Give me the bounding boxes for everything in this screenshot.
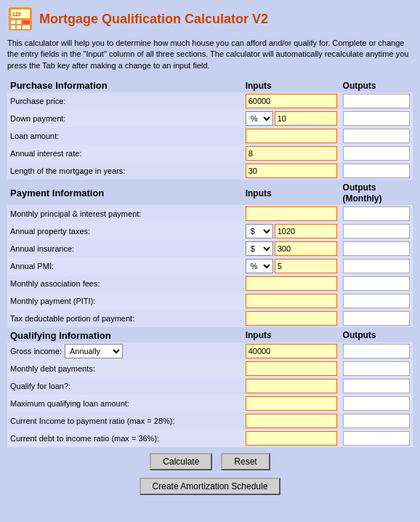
piti-input[interactable] — [246, 294, 337, 308]
mortgage-years-input[interactable] — [246, 164, 337, 178]
max-loan-label: Maximum qualifying loan amount: — [7, 395, 243, 412]
loan-amount-input-cell — [243, 127, 340, 145]
property-taxes-output-cell — [340, 222, 413, 240]
interest-rate-input-cell — [243, 145, 340, 162]
page-title: Mortgage Qualification Calculator V2 — [39, 12, 268, 27]
income-payment-ratio-input-cell — [243, 412, 340, 430]
payment-section-label: Payment Information — [7, 180, 243, 205]
loan-amount-input[interactable] — [246, 129, 337, 143]
monthly-debt-label: Monthly debt payments: — [7, 360, 243, 377]
property-taxes-label: Annual property taxes: — [7, 222, 243, 240]
payment-outputs-label: Outputs (Monthly) — [340, 180, 413, 205]
svg-rect-2 — [11, 20, 15, 24]
down-payment-input[interactable] — [275, 111, 337, 126]
down-payment-output — [343, 111, 410, 126]
qualify-loan-input[interactable] — [246, 379, 337, 393]
qualifying-outputs-label: Outputs — [340, 327, 413, 342]
table-row: Maximum qualifying loan amount: — [7, 395, 413, 412]
reset-button[interactable]: Reset — [221, 453, 270, 470]
gross-income-output — [343, 344, 410, 358]
pmi-output — [343, 259, 410, 273]
table-row: Annual property taxes: $ % — [7, 222, 413, 240]
table-row: Monthly principal & interest payment: — [7, 205, 413, 222]
table-row: Tax deductable portion of payment: — [7, 310, 413, 327]
calculate-button[interactable]: Calculate — [150, 453, 212, 470]
main-table: Purchase Information Inputs Outputs Purc… — [7, 77, 413, 447]
monthly-principal-input[interactable] — [246, 206, 337, 221]
piti-input-cell — [243, 292, 340, 310]
action-buttons: Calculate Reset — [0, 447, 420, 475]
down-payment-input-cell: % $ — [243, 110, 340, 127]
qualify-loan-label: Qualify for loan?: — [7, 377, 243, 395]
association-fees-input-cell — [243, 275, 340, 292]
association-fees-output — [343, 276, 410, 291]
gross-income-input[interactable] — [246, 344, 337, 358]
insurance-input[interactable] — [275, 241, 337, 256]
pmi-input[interactable] — [275, 259, 337, 273]
qualifying-section-header: Qualifying Information Inputs Outputs — [7, 327, 413, 342]
svg-rect-7 — [23, 25, 30, 29]
max-loan-input[interactable] — [246, 396, 337, 411]
pmi-label: Annual PMI: — [7, 257, 243, 275]
interest-rate-output — [343, 146, 410, 161]
down-payment-output-cell — [340, 110, 413, 127]
purchase-price-output — [343, 94, 410, 108]
loan-amount-output — [343, 129, 410, 143]
pmi-output-cell — [340, 257, 413, 275]
qualifying-section-label: Qualifying Information — [7, 327, 243, 342]
qualify-loan-input-cell — [243, 377, 340, 395]
table-row: Monthly debt payments: — [7, 360, 413, 377]
purchase-inputs-label: Inputs — [243, 77, 340, 92]
monthly-debt-input[interactable] — [246, 361, 337, 376]
purchase-price-input[interactable] — [246, 94, 337, 108]
insurance-label: Annual insurance: — [7, 240, 243, 257]
amortization-button[interactable]: Create Amortization Schedule — [140, 478, 281, 495]
pmi-input-cell: % $ — [243, 257, 340, 275]
max-loan-input-cell — [243, 395, 340, 412]
debt-income-ratio-input-cell — [243, 430, 340, 447]
piti-label: Monthly payment (PITI): — [7, 292, 243, 310]
monthly-debt-output — [343, 361, 410, 376]
payment-section-header: Payment Information Inputs Outputs (Mont… — [7, 180, 413, 205]
table-row: Annual insurance: $ % — [7, 240, 413, 257]
monthly-principal-label: Monthly principal & interest payment: — [7, 205, 243, 222]
income-payment-ratio-input[interactable] — [246, 414, 337, 428]
loan-amount-output-cell — [340, 127, 413, 145]
svg-text:123: 123 — [12, 12, 21, 17]
tax-deductable-output-cell — [340, 310, 413, 327]
insurance-type-select[interactable]: $ % — [246, 241, 273, 256]
max-loan-output-cell — [340, 395, 413, 412]
amortization-row: Create Amortization Schedule — [0, 475, 420, 501]
svg-rect-5 — [11, 25, 15, 29]
monthly-principal-output-cell — [340, 205, 413, 222]
interest-rate-label: Annual interest rate: — [7, 145, 243, 162]
mortgage-years-output-cell — [340, 162, 413, 180]
down-payment-type-select[interactable]: % $ — [246, 111, 273, 126]
debt-income-ratio-label: Current debt to income ratio (max = 36%)… — [7, 430, 243, 447]
mortgage-years-output — [343, 164, 410, 178]
table-row: Qualify for loan?: — [7, 377, 413, 395]
interest-rate-input[interactable] — [246, 146, 337, 161]
property-taxes-type-select[interactable]: $ % — [246, 224, 273, 238]
mortgage-years-input-cell — [243, 162, 340, 180]
debt-income-ratio-input[interactable] — [246, 431, 337, 446]
income-payment-ratio-output-cell — [340, 412, 413, 430]
monthly-debt-input-cell — [243, 360, 340, 377]
association-fees-output-cell — [340, 275, 413, 292]
svg-rect-6 — [17, 25, 21, 29]
association-fees-input[interactable] — [246, 276, 337, 291]
purchase-section-header: Purchase Information Inputs Outputs — [7, 77, 413, 92]
purchase-price-label: Purchase price: — [7, 92, 243, 110]
pmi-type-select[interactable]: % $ — [246, 259, 273, 273]
table-row: Gross income: Annually Monthly — [7, 342, 413, 360]
mortgage-years-label: Length of the mortgage in years: — [7, 162, 243, 180]
purchase-price-input-cell — [243, 92, 340, 110]
qualify-loan-output — [343, 379, 410, 393]
property-taxes-input[interactable] — [275, 224, 337, 238]
gross-income-period-select[interactable]: Annually Monthly — [65, 344, 123, 358]
tax-deductable-input[interactable] — [246, 311, 337, 326]
property-taxes-output — [343, 224, 410, 238]
debt-income-ratio-output-cell — [340, 430, 413, 447]
table-row: Monthly payment (PITI): — [7, 292, 413, 310]
table-row: Current Income to payment ratio (max = 2… — [7, 412, 413, 430]
